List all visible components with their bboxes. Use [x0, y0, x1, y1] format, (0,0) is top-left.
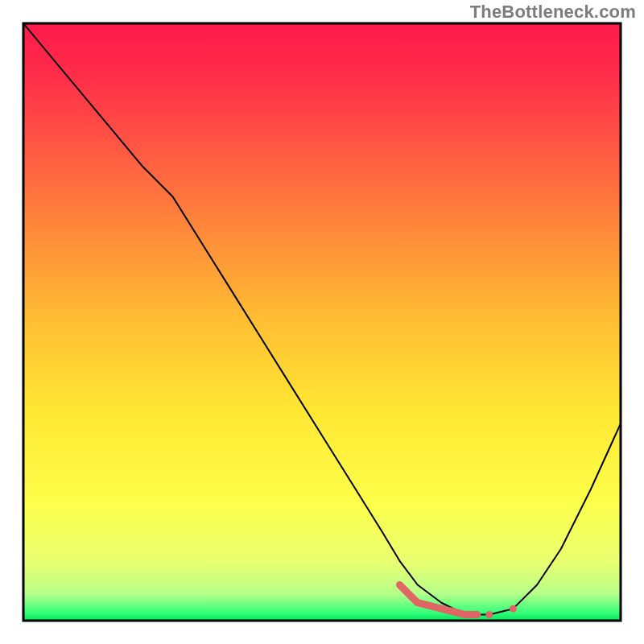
trough-dot-2: [510, 605, 517, 613]
trough-dot-1: [485, 611, 493, 618]
bottleneck-chart: [0, 0, 644, 644]
plot-background: [23, 23, 621, 621]
watermark-text: TheBottleneck.com: [470, 2, 636, 23]
chart-container: TheBottleneck.com: [0, 0, 644, 644]
